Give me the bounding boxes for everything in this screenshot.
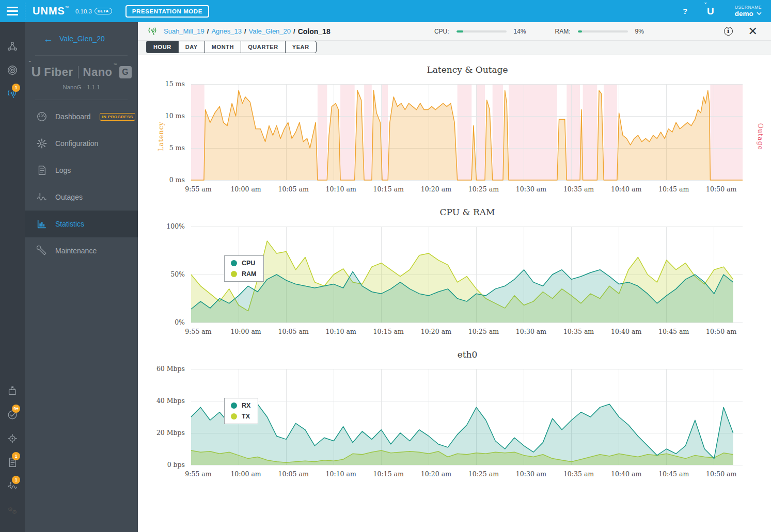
notification-badge: 1: [12, 476, 20, 484]
legend-label: RAM: [242, 270, 256, 278]
breadcrumb-link[interactable]: Vale_Glen_20: [249, 27, 291, 35]
close-icon[interactable]: ✕: [748, 26, 758, 37]
notification-badge: 9+: [12, 405, 20, 413]
chart-title: eth0: [191, 349, 744, 360]
sidebar-item-label: Configuration: [55, 139, 98, 148]
cpu-label: CPU:: [434, 28, 449, 35]
rail-logs-doc-button[interactable]: 1: [6, 456, 19, 469]
svg-text:10:10 am: 10:10 am: [326, 470, 356, 478]
rail-discovery-button[interactable]: [6, 432, 19, 445]
info-icon[interactable]: i: [724, 27, 733, 36]
sidebar-divider: [35, 100, 128, 100]
rail-outages-pulse-button[interactable]: 1: [6, 479, 19, 493]
tab-year[interactable]: YEAR: [285, 41, 317, 53]
svg-text:10:15 am: 10:15 am: [373, 185, 404, 193]
svg-text:0%: 0%: [175, 318, 185, 326]
sidebar-item-outages[interactable]: Outages: [25, 184, 138, 211]
device-sidebar: ← Vale_Glen_20 UFiberNano™G NanoG - 1.1.…: [25, 22, 138, 532]
svg-text:10:25 am: 10:25 am: [468, 328, 499, 335]
user-menu[interactable]: USERNAME demo: [735, 5, 762, 18]
svg-text:10:35 am: 10:35 am: [563, 470, 594, 478]
svg-text:10:35 am: 10:35 am: [563, 185, 594, 193]
brand-fiber: Fiber: [44, 66, 73, 79]
presentation-mode-button[interactable]: PRESENTATION MODE: [125, 5, 209, 18]
legend-label: CPU: [242, 260, 255, 267]
sidebar-item-label: Maintenance: [55, 247, 97, 255]
ram-label: RAM:: [555, 28, 571, 35]
back-to-site-link[interactable]: ← Vale_Glen_20: [25, 22, 138, 55]
back-site-name: Vale_Glen_20: [59, 35, 105, 43]
ram-gauge: RAM: 9%: [555, 28, 652, 35]
svg-text:10:30 am: 10:30 am: [516, 185, 546, 193]
maintenance-icon: [36, 245, 48, 256]
settings-gears-icon: ⚙⚙: [6, 504, 19, 515]
topbar-divider: [25, 3, 25, 20]
svg-text:15 ms: 15 ms: [165, 80, 185, 88]
breadcrumb-current: Colon_18: [298, 27, 331, 36]
legend-label: TX: [242, 413, 250, 420]
breadcrumb-separator: /: [293, 27, 295, 35]
breadcrumb-separator: /: [244, 27, 246, 35]
svg-text:9:55 am: 9:55 am: [185, 470, 211, 478]
menu-icon[interactable]: [0, 0, 25, 22]
legend-item-rx: RX: [231, 402, 250, 409]
chart-cpu-ram: CPU & RAM0%50%100%9:55 am10:00 am10:05 a…: [146, 207, 758, 342]
breadcrumb-link[interactable]: Agnes_13: [211, 27, 242, 35]
sidebar-item-label: Statistics: [55, 220, 84, 228]
legend-dot: [231, 260, 237, 266]
rail-sites-button[interactable]: [6, 40, 19, 53]
svg-text:9:55 am: 9:55 am: [185, 328, 211, 335]
svg-text:10:20 am: 10:20 am: [421, 328, 451, 335]
chart-plot: 0 ms5 ms10 ms15 ms9:55 am10:00 am10:05 a…: [146, 80, 758, 200]
discovery-icon: [7, 433, 18, 444]
sites-icon: [7, 41, 18, 52]
app-logo: UNMS: [33, 5, 65, 17]
sidebar-item-dashboard[interactable]: DashboardIN PROGRESS: [25, 103, 138, 130]
sidebar-item-logs[interactable]: Logs: [25, 157, 138, 184]
svg-text:10:35 am: 10:35 am: [563, 328, 594, 335]
sidebar-item-statistics[interactable]: Statistics: [25, 211, 138, 237]
back-arrow-icon: ←: [43, 34, 53, 44]
breadcrumb-link[interactable]: Suah_Mill_19: [164, 27, 204, 35]
devices-icon: [7, 65, 18, 76]
device-logo: UFiberNano™G: [25, 64, 138, 80]
svg-text:9:55 am: 9:55 am: [185, 185, 211, 193]
device-version: NanoG - 1.1.1: [25, 84, 138, 90]
tab-month[interactable]: MONTH: [204, 41, 241, 53]
rail-firmware-button[interactable]: [6, 384, 19, 398]
chart-plot: 0 bps20 Mbps40 Mbps60 Mbps9:55 am10:00 a…: [146, 365, 758, 485]
svg-text:0 ms: 0 ms: [169, 176, 185, 184]
sidebar-menu: DashboardIN PROGRESS Configuration Logs …: [25, 103, 138, 264]
help-icon[interactable]: ?: [683, 7, 687, 15]
device-antenna-icon: [147, 26, 159, 37]
rail-devices-button[interactable]: [6, 63, 19, 77]
rail-settings-gears-button[interactable]: ⚙⚙: [6, 503, 19, 517]
svg-text:0 bps: 0 bps: [167, 461, 185, 469]
tab-quarter[interactable]: QUARTER: [241, 41, 285, 53]
svg-text:10:15 am: 10:15 am: [373, 470, 404, 478]
cpu-bar: [457, 30, 507, 33]
svg-text:10:30 am: 10:30 am: [516, 470, 546, 478]
icon-rail: 19+11⚙⚙: [0, 22, 25, 532]
rail-antenna-button[interactable]: 1: [6, 87, 19, 101]
username-label: USERNAME: [735, 5, 762, 10]
right-axis-label: Outage: [757, 123, 764, 150]
outages-icon: [36, 191, 48, 203]
sidebar-item-configuration[interactable]: Configuration: [25, 130, 138, 157]
svg-text:40 Mbps: 40 Mbps: [156, 397, 185, 405]
sidebar-item-label: Outages: [55, 193, 83, 201]
chart-legend: CPU RAM: [224, 255, 264, 282]
legend-dot: [231, 402, 237, 409]
svg-text:10:30 am: 10:30 am: [516, 328, 546, 335]
tab-day[interactable]: DAY: [178, 41, 204, 53]
ram-value: 9%: [635, 28, 652, 35]
svg-text:50%: 50%: [170, 270, 185, 278]
tab-hour[interactable]: HOUR: [146, 41, 178, 53]
ubiquiti-logo-icon[interactable]: U: [707, 6, 714, 17]
sidebar-item-maintenance[interactable]: Maintenance: [25, 237, 138, 264]
logs-icon: [36, 165, 48, 176]
cpu-value: 14%: [514, 28, 530, 35]
legend-label: RX: [242, 402, 250, 409]
notification-badge: 1: [12, 84, 20, 92]
rail-tasks-check-button[interactable]: 9+: [6, 408, 19, 422]
